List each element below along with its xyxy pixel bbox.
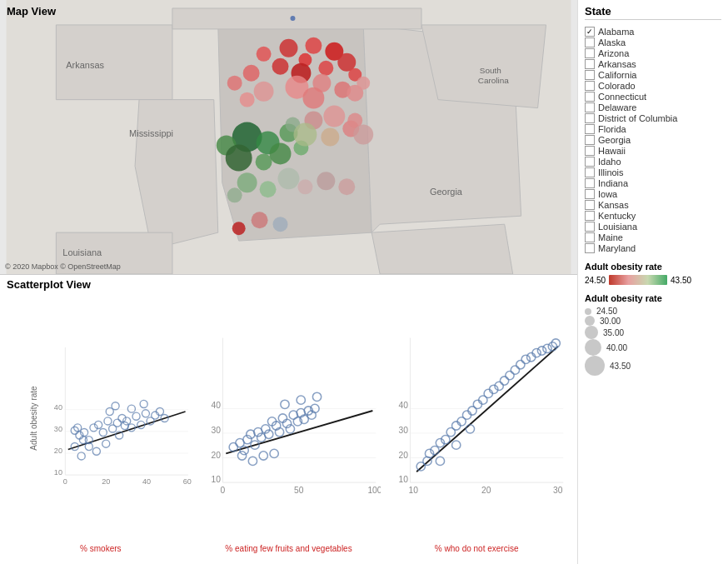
size-label-text: 43.50	[610, 362, 631, 371]
state-item[interactable]: Kansas	[585, 200, 721, 210]
state-item[interactable]: Maine	[585, 232, 721, 242]
scatter-title: Scatterplot View	[7, 278, 571, 291]
state-name-label: Arizona	[598, 48, 629, 58]
state-item[interactable]: Arizona	[585, 48, 721, 58]
svg-point-166	[501, 377, 509, 385]
svg-text:30: 30	[54, 425, 62, 433]
scatter-plot-1: Adult obesity rate 10 20	[8, 294, 193, 553]
svg-point-137	[312, 392, 321, 401]
svg-point-70	[104, 417, 112, 425]
svg-text:30: 30	[399, 426, 409, 435]
map-label-arkansas: Arkansas	[66, 60, 104, 70]
color-legend-min: 24.50	[585, 276, 606, 285]
state-checkbox[interactable]	[585, 124, 595, 134]
state-list: AlabamaAlaskaArizonaArkansasCaliforniaCo…	[585, 27, 721, 253]
state-item[interactable]: Idaho	[585, 157, 721, 167]
size-circle	[585, 326, 598, 339]
svg-point-30	[323, 106, 345, 127]
state-name-label: Maine	[598, 232, 623, 242]
state-item[interactable]: Alaska	[585, 37, 721, 47]
svg-point-17	[240, 92, 255, 107]
state-item[interactable]: Hawaii	[585, 146, 721, 156]
svg-text:20: 20	[399, 451, 409, 460]
size-legend-item: 24.50	[585, 307, 721, 316]
svg-text:20: 20	[481, 486, 491, 495]
state-item[interactable]: Iowa	[585, 189, 721, 199]
state-checkbox[interactable]	[585, 27, 595, 37]
svg-point-3	[257, 47, 272, 62]
state-checkbox[interactable]	[585, 189, 595, 199]
state-checkbox[interactable]	[585, 70, 595, 80]
state-name-label: Illinois	[598, 167, 624, 177]
state-checkbox[interactable]	[585, 102, 595, 112]
state-item[interactable]: Louisiana	[585, 222, 721, 232]
svg-point-16	[254, 82, 274, 102]
svg-point-136	[297, 396, 305, 404]
state-name-label: Florida	[598, 124, 626, 134]
color-legend-section: Adult obesity rate 24.50 43.50	[585, 262, 721, 285]
state-item[interactable]: Indiana	[585, 178, 721, 188]
svg-point-8	[318, 61, 333, 76]
state-checkbox[interactable]	[585, 157, 595, 167]
scatter-plot-3: 10 20 30 40 10 20 30	[384, 294, 569, 553]
state-checkbox[interactable]	[585, 113, 595, 123]
color-legend-row: 24.50 43.50	[585, 275, 721, 285]
left-panel: Map View	[0, 0, 578, 564]
state-name-label: Iowa	[598, 189, 617, 199]
svg-text:10: 10	[409, 486, 419, 495]
svg-point-42	[338, 178, 355, 195]
svg-point-69	[99, 428, 107, 436]
state-checkbox[interactable]	[585, 146, 595, 156]
svg-point-90	[102, 440, 110, 447]
state-item[interactable]: Illinois	[585, 167, 721, 177]
size-legend-section: Adult obesity rate 24.5030.0035.0040.004…	[585, 293, 721, 376]
state-item[interactable]: Alabama	[585, 27, 721, 37]
state-checkbox[interactable]	[585, 92, 595, 102]
size-label-text: 40.00	[606, 343, 627, 352]
state-item[interactable]: Arkansas	[585, 59, 721, 69]
state-checkbox[interactable]	[585, 200, 595, 210]
state-checkbox[interactable]	[585, 167, 595, 177]
state-checkbox[interactable]	[585, 37, 595, 47]
state-item[interactable]: Connecticut	[585, 92, 721, 102]
state-checkbox[interactable]	[585, 232, 595, 242]
svg-text:10: 10	[54, 468, 62, 477]
state-name-label: Delaware	[598, 102, 636, 112]
state-checkbox[interactable]	[585, 81, 595, 91]
svg-point-20	[357, 77, 370, 90]
state-item[interactable]: Colorado	[585, 81, 721, 91]
state-item[interactable]: Kentucky	[585, 211, 721, 221]
svg-point-34	[321, 128, 339, 147]
state-checkbox[interactable]	[585, 211, 595, 221]
state-item[interactable]: Delaware	[585, 102, 721, 112]
size-legend-item: 40.00	[585, 339, 721, 356]
svg-point-178	[466, 425, 475, 433]
svg-point-38	[260, 181, 277, 197]
x-label-1: % smokers	[8, 544, 193, 553]
state-checkbox[interactable]	[585, 59, 595, 69]
state-item[interactable]: California	[585, 70, 721, 80]
size-legend-item: 35.00	[585, 326, 721, 339]
state-checkbox[interactable]	[585, 222, 595, 232]
state-checkbox[interactable]	[585, 243, 595, 253]
state-item[interactable]: Florida	[585, 124, 721, 134]
state-item[interactable]: Maryland	[585, 243, 721, 253]
svg-point-131	[259, 452, 267, 460]
svg-point-40	[297, 179, 312, 194]
state-item[interactable]: Georgia	[585, 135, 721, 145]
svg-point-26	[256, 153, 272, 170]
svg-point-2	[305, 37, 322, 54]
size-circle	[585, 308, 591, 315]
size-legend-title: Adult obesity rate	[585, 293, 721, 303]
state-checkbox[interactable]	[585, 135, 595, 145]
state-name-label: Kansas	[598, 200, 629, 210]
state-checkbox[interactable]	[585, 178, 595, 188]
state-name-label: Indiana	[598, 178, 628, 188]
map-canvas: Arkansas Mississippi Louisiana South Car…	[0, 0, 577, 274]
scatter-svg-1: 10 20 30 40 0 20 40	[42, 294, 193, 542]
state-item[interactable]: District of Columbia	[585, 113, 721, 123]
svg-point-167	[506, 371, 514, 379]
map-label-south-carolina: South	[480, 66, 501, 75]
state-checkbox[interactable]	[585, 48, 595, 58]
map-title: Map View	[7, 5, 56, 17]
